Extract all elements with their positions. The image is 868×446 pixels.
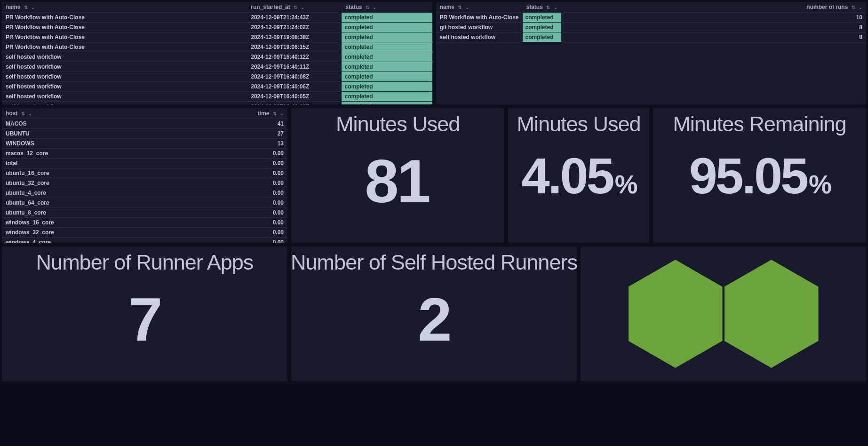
table-row[interactable]: total0.00: [2, 159, 287, 168]
table-row[interactable]: PR Workflow with Auto-Close2024-12-09T19…: [2, 32, 432, 42]
cell-run-started-at: 2024-12-09T16:40:11Z: [247, 62, 342, 72]
cell-run-started-at: 2024-12-09T16:40:12Z: [247, 52, 342, 62]
cell-run-started-at: 2024-12-09T21:24:02Z: [247, 23, 342, 32]
cell-time: 41: [58, 119, 287, 129]
cell-name: self hosted workflow: [2, 92, 247, 102]
table-row[interactable]: self hosted workflowcompleted8: [436, 32, 867, 42]
cell-number-of-runs: 8: [561, 23, 866, 32]
cell-name: PR Workflow with Auto-Close: [2, 13, 247, 23]
cell-status: completed: [342, 23, 432, 32]
table-row[interactable]: self hosted workflow2024-12-09T16:40:02Z…: [2, 102, 432, 105]
self-hosted-runners-panel: Number of Self Hosted Runners 2: [291, 247, 577, 381]
cell-host: windows_32_core: [2, 228, 58, 238]
cell-name: self hosted workflow: [2, 82, 247, 92]
hex-logo: [581, 247, 866, 381]
cell-host: total: [2, 159, 58, 168]
col-header-name[interactable]: name ⇅ ⌄: [436, 2, 523, 13]
cell-host: ubuntu_32_core: [2, 178, 58, 188]
stat-value: 7: [128, 289, 160, 350]
table-row[interactable]: PR Workflow with Auto-Close2024-12-09T21…: [2, 23, 432, 32]
stat-title: Number of Self Hosted Runners: [291, 250, 577, 275]
sort-icon[interactable]: ⇅: [366, 5, 368, 10]
filter-icon[interactable]: ⌄: [280, 111, 284, 116]
filter-icon[interactable]: ⌄: [554, 5, 557, 10]
cell-status: completed: [342, 72, 432, 82]
cell-status: completed: [342, 32, 432, 42]
filter-icon[interactable]: ⌄: [28, 111, 32, 116]
col-header-status[interactable]: status ⇅ ⌄: [523, 2, 561, 13]
cell-name: self hosted workflow: [2, 102, 247, 105]
table-row[interactable]: PR Workflow with Auto-Close2024-12-09T19…: [2, 42, 432, 52]
cell-host: MACOS: [2, 119, 58, 129]
stat-value: 95.05%: [689, 151, 830, 201]
col-header-status[interactable]: status ⇅ ⌄: [342, 2, 432, 13]
table-row[interactable]: windows_32_core0.00: [2, 228, 287, 238]
table-row[interactable]: ubuntu_8_core0.00: [2, 208, 287, 218]
table-row[interactable]: windows_16_core0.00: [2, 218, 287, 228]
cell-host: ubuntu_4_core: [2, 188, 58, 198]
table-row[interactable]: PR Workflow with Auto-Closecompleted10: [436, 13, 867, 23]
table-row[interactable]: ubuntu_64_core0.00: [2, 198, 287, 208]
table-row[interactable]: ubuntu_32_core0.00: [2, 178, 287, 188]
table-row[interactable]: WINDOWS13: [2, 139, 287, 149]
cell-name: self hosted workflow: [2, 72, 247, 82]
workflow-summary-table: name ⇅ ⌄ status ⇅ ⌄ number of runs ⇅ ⌄: [436, 2, 867, 42]
workflow-summary-panel: name ⇅ ⌄ status ⇅ ⌄ number of runs ⇅ ⌄: [436, 2, 867, 104]
table-row[interactable]: macos_12_core0.00: [2, 149, 287, 159]
table-row[interactable]: self hosted workflow2024-12-09T16:40:08Z…: [2, 72, 432, 82]
cell-status: completed: [523, 13, 561, 23]
col-header-name[interactable]: name ⇅ ⌄: [2, 2, 247, 13]
cell-name: PR Workflow with Auto-Close: [436, 13, 523, 23]
col-header-time[interactable]: time ⇅ ⌄: [58, 108, 287, 119]
cell-status: completed: [342, 13, 432, 23]
filter-icon[interactable]: ⌄: [373, 5, 376, 10]
table-row[interactable]: windows_4_core0.00: [2, 238, 287, 243]
table-row[interactable]: self hosted workflow2024-12-09T16:40:06Z…: [2, 82, 432, 92]
sort-icon[interactable]: ⇅: [458, 5, 461, 10]
cell-host: ubuntu_8_core: [2, 208, 58, 218]
minutes-used-panel: Minutes Used 81: [291, 108, 504, 243]
sort-icon[interactable]: ⇅: [852, 5, 854, 10]
table-row[interactable]: UBUNTU27: [2, 129, 287, 139]
col-header-host[interactable]: host ⇅ ⌄: [2, 108, 58, 119]
sort-icon[interactable]: ⇅: [273, 111, 276, 116]
hexagon-icon: [725, 260, 819, 368]
filter-icon[interactable]: ⌄: [31, 5, 35, 10]
cell-status: completed: [342, 92, 432, 102]
cell-time: 0.00: [58, 208, 287, 218]
cell-status: completed: [342, 42, 432, 52]
sort-icon[interactable]: ⇅: [294, 5, 296, 10]
cell-status: completed: [342, 62, 432, 72]
filter-icon[interactable]: ⌄: [859, 5, 862, 10]
table-row[interactable]: git hosted workflowcompleted8: [436, 23, 867, 32]
cell-name: PR Workflow with Auto-Close: [2, 32, 247, 42]
minutes-remaining-panel: Minutes Remaining 95.05%: [653, 108, 866, 243]
col-header-number-of-runs[interactable]: number of runs ⇅ ⌄: [561, 2, 866, 13]
hexagon-icon: [629, 260, 723, 368]
table-row[interactable]: self hosted workflow2024-12-09T16:40:05Z…: [2, 92, 432, 102]
sort-icon[interactable]: ⇅: [21, 111, 24, 116]
cell-run-started-at: 2024-12-09T19:06:15Z: [247, 42, 342, 52]
cell-run-started-at: 2024-12-09T21:24:43Z: [247, 13, 342, 23]
sort-icon[interactable]: ⇅: [24, 5, 27, 10]
table-row[interactable]: self hosted workflow2024-12-09T16:40:12Z…: [2, 52, 432, 62]
table-row[interactable]: ubuntu_16_core0.00: [2, 168, 287, 178]
minutes-used-pct-panel: Minutes Used 4.05%: [508, 108, 649, 243]
filter-icon[interactable]: ⌄: [465, 5, 469, 10]
cell-status: completed: [342, 102, 432, 105]
cell-status: completed: [523, 23, 561, 32]
cell-run-started-at: 2024-12-09T16:40:08Z: [247, 72, 342, 82]
sort-icon[interactable]: ⇅: [546, 5, 549, 10]
table-row[interactable]: ubuntu_4_core0.00: [2, 188, 287, 198]
cell-name: git hosted workflow: [436, 23, 523, 32]
workflow-runs-table: name ⇅ ⌄ run_started_at ⇅ ⌄ status ⇅ ⌄: [2, 2, 432, 104]
table-row[interactable]: self hosted workflow2024-12-09T16:40:11Z…: [2, 62, 432, 72]
filter-icon[interactable]: ⌄: [301, 5, 304, 10]
cell-time: 0.00: [58, 178, 287, 188]
cell-name: self hosted workflow: [2, 52, 247, 62]
runner-apps-panel: Number of Runner Apps 7: [2, 247, 287, 381]
col-header-run-started-at[interactable]: run_started_at ⇅ ⌄: [247, 2, 342, 13]
table-row[interactable]: PR Workflow with Auto-Close2024-12-09T21…: [2, 13, 432, 23]
table-row[interactable]: MACOS41: [2, 119, 287, 129]
stat-value: 4.05%: [521, 151, 636, 201]
